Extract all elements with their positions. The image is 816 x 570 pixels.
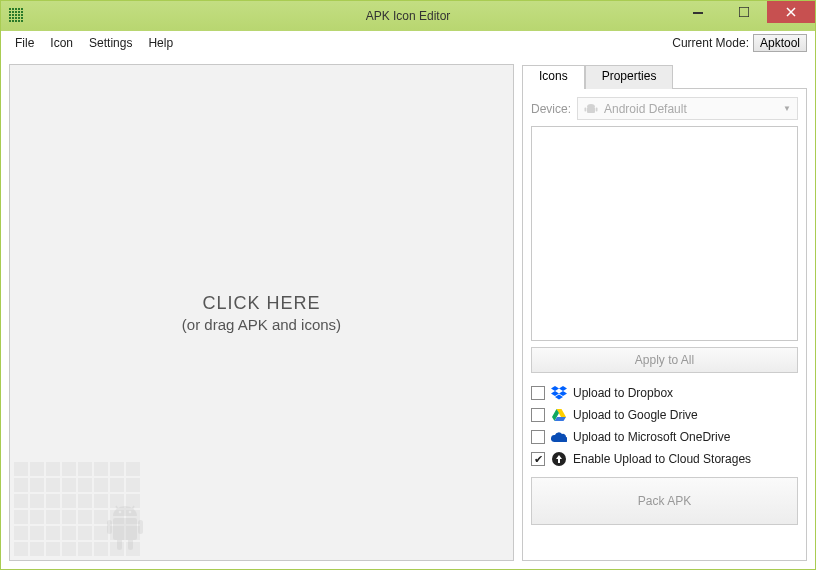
check-enable-label: Enable Upload to Cloud Storages: [573, 452, 751, 466]
check-enable-row: ✔ Enable Upload to Cloud Storages: [531, 451, 798, 467]
tabs: Icons Properties: [522, 64, 807, 88]
check-gdrive-label: Upload to Google Drive: [573, 408, 698, 422]
check-gdrive[interactable]: [531, 408, 545, 422]
menu-file[interactable]: File: [7, 34, 42, 52]
check-onedrive-row: Upload to Microsoft OneDrive: [531, 429, 798, 445]
check-dropbox-label: Upload to Dropbox: [573, 386, 673, 400]
menu-settings[interactable]: Settings: [81, 34, 140, 52]
drop-text-line2: (or drag APK and icons): [182, 316, 341, 333]
window-title: APK Icon Editor: [366, 9, 451, 23]
svg-rect-12: [585, 107, 587, 111]
window-controls: [675, 1, 815, 31]
right-panel: Icons Properties Device:: [522, 64, 807, 561]
drop-zone[interactable]: CLICK HERE (or drag APK and icons): [9, 64, 514, 561]
minimize-icon: [693, 7, 703, 17]
upload-icon: [551, 451, 567, 467]
menu-help[interactable]: Help: [140, 34, 181, 52]
onedrive-icon: [551, 429, 567, 445]
check-onedrive-label: Upload to Microsoft OneDrive: [573, 430, 730, 444]
chevron-down-icon: ▼: [783, 104, 791, 113]
svg-point-9: [119, 511, 122, 514]
main-area: CLICK HERE (or drag APK and icons) Icons…: [1, 56, 815, 569]
svg-point-10: [129, 511, 132, 514]
svg-rect-0: [693, 12, 703, 14]
titlebar[interactable]: APK Icon Editor: [1, 1, 815, 31]
upload-options: Upload to Dropbox Upload to Google Drive: [531, 385, 798, 467]
check-dropbox[interactable]: [531, 386, 545, 400]
device-label: Device:: [531, 102, 571, 116]
minimize-button[interactable]: [675, 1, 721, 23]
maximize-icon: [739, 7, 749, 17]
tab-icons[interactable]: Icons: [522, 65, 585, 89]
svg-rect-4: [138, 520, 143, 534]
dropbox-icon: [551, 385, 567, 401]
apply-all-button[interactable]: Apply to All: [531, 347, 798, 373]
google-drive-icon: [551, 407, 567, 423]
window-frame: APK Icon Editor File Icon Settings Help …: [0, 0, 816, 570]
check-onedrive[interactable]: [531, 430, 545, 444]
drop-text-line1: CLICK HERE: [202, 293, 320, 314]
check-dropbox-row: Upload to Dropbox: [531, 385, 798, 401]
check-gdrive-row: Upload to Google Drive: [531, 407, 798, 423]
close-button[interactable]: [767, 1, 815, 23]
svg-rect-1: [739, 7, 749, 17]
device-select[interactable]: Android Default ▼: [577, 97, 798, 120]
svg-rect-13: [596, 107, 598, 111]
menubar: File Icon Settings Help Current Mode: Ap…: [1, 31, 815, 56]
maximize-button[interactable]: [721, 1, 767, 23]
svg-rect-2: [113, 518, 137, 540]
device-row: Device: Android Default ▼: [531, 97, 798, 120]
svg-rect-6: [128, 538, 133, 550]
app-icon: [9, 8, 25, 24]
tab-properties[interactable]: Properties: [585, 65, 674, 89]
menu-icon[interactable]: Icon: [42, 34, 81, 52]
device-value: Android Default: [604, 102, 687, 116]
pack-apk-button[interactable]: Pack APK: [531, 477, 798, 525]
mode-button[interactable]: Apktool: [753, 34, 807, 52]
check-enable-cloud[interactable]: ✔: [531, 452, 545, 466]
android-watermark-icon: [105, 504, 145, 552]
svg-rect-11: [587, 107, 595, 113]
svg-rect-5: [117, 538, 122, 550]
close-icon: [786, 7, 796, 17]
svg-rect-3: [107, 520, 112, 534]
mode-label: Current Mode:: [672, 36, 753, 50]
tab-content-icons: Device: Android Default ▼: [522, 88, 807, 561]
android-icon: [584, 102, 598, 116]
icon-list[interactable]: [531, 126, 798, 341]
